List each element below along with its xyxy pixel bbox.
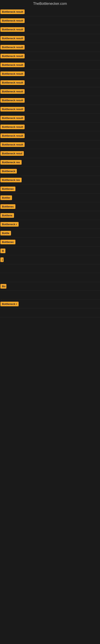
result-row: Bottleneck result <box>0 140 100 149</box>
bottleneck-result-badge: Bottleneck result <box>0 134 25 138</box>
bottleneck-result-badge: Bottleneck result <box>0 142 25 147</box>
result-row <box>0 308 100 317</box>
result-row <box>0 291 100 300</box>
bottleneck-result-badge: Bottle <box>0 231 11 236</box>
result-row <box>0 273 100 282</box>
result-row: Bottleneck r <box>0 220 100 229</box>
bottleneck-result-badge: Bottleneck r <box>0 222 19 226</box>
result-row <box>0 317 100 326</box>
bottleneck-result-badge: B <box>0 248 5 253</box>
result-row: Bottlenec <box>0 202 100 211</box>
result-row: Bottleneck result <box>0 132 100 140</box>
result-row: Bottleneck res <box>0 176 100 184</box>
bottleneck-result-badge: Bottleneck res <box>0 178 22 182</box>
result-row: Bottler <box>0 194 100 202</box>
result-row: Bottleneck result <box>0 8 100 16</box>
bottleneck-result-badge: Bottleneck result <box>0 62 25 67</box>
bottleneck-result-badge: Bottleneck <box>0 169 17 174</box>
bottleneck-result-badge: Bottleneck result <box>0 89 25 94</box>
bottleneck-result-badge: | <box>0 258 3 262</box>
bottleneck-result-badge: Bottleneck result <box>0 45 25 50</box>
bottleneck-result-badge: Bottlenec <box>0 204 15 209</box>
result-row: Bottleneck result <box>0 60 100 70</box>
result-row: Bottleneck r <box>0 300 100 308</box>
bottleneck-result-badge: Bottleneck result <box>0 36 25 41</box>
bottleneck-result-badge: Bottleneck result <box>0 54 25 58</box>
result-row: Bottleneck result <box>0 25 100 34</box>
result-row: Bottleneck result <box>0 34 100 43</box>
result-row: Bottleneck result <box>0 70 100 78</box>
bottleneck-result-badge: Bottleneck result <box>0 72 25 76</box>
result-row: Bottleneck resul <box>0 149 100 158</box>
result-row: Bottleneck result <box>0 87 100 96</box>
bottleneck-result-badge: Bottleneck result <box>0 107 25 112</box>
bottleneck-result-badge: Bottleneck result <box>0 116 25 120</box>
bottleneck-result-badge: Bottleneck result <box>0 18 25 23</box>
bottleneck-result-badge: Bottlenec <box>0 186 15 191</box>
result-row: Bottleneck res <box>0 158 100 167</box>
result-row: Bottleneck result <box>0 122 100 132</box>
result-row: Bottlene <box>0 211 100 220</box>
bottleneck-result-badge: Bo <box>0 284 6 288</box>
result-row: | <box>0 256 100 264</box>
bottleneck-result-badge: Bottleneck r <box>0 302 19 306</box>
bottleneck-result-badge: Bottleneck result <box>0 80 25 85</box>
result-row: Bottlenec <box>0 184 100 194</box>
results-container: Bottleneck resultBottleneck resultBottle… <box>0 8 100 326</box>
bottleneck-result-badge: Bottleneck res <box>0 160 22 164</box>
bottleneck-result-badge: Bottleneck result <box>0 98 25 103</box>
site-title: TheBottlenecker.com <box>33 0 67 7</box>
result-row: Bottle <box>0 229 100 238</box>
bottleneck-result-badge: Bottleneck result <box>0 124 25 129</box>
bottleneck-result-badge: Bottleneck result <box>0 27 25 32</box>
result-row: B <box>0 246 100 256</box>
result-row: Bottleneck result <box>0 43 100 52</box>
result-row: Bo <box>0 282 100 291</box>
result-row: Bottleneck result <box>0 105 100 114</box>
bottleneck-result-badge: Bottlenec <box>0 240 15 244</box>
result-row: Bottleneck result <box>0 78 100 87</box>
result-row: Bottleneck result <box>0 16 100 25</box>
result-row: Bottleneck result <box>0 114 100 122</box>
result-row: Bottleneck <box>0 167 100 176</box>
result-row: Bottleneck result <box>0 52 100 60</box>
result-row: Bottlenec <box>0 238 100 246</box>
bottleneck-result-badge: Bottler <box>0 196 12 200</box>
bottleneck-result-badge: Bottlene <box>0 213 14 218</box>
bottleneck-result-badge: Bottleneck resul <box>0 151 24 156</box>
result-row <box>0 264 100 273</box>
bottleneck-result-badge: Bottleneck result <box>0 10 25 14</box>
result-row: Bottleneck result <box>0 96 100 105</box>
site-title-bar: TheBottlenecker.com <box>0 0 100 8</box>
